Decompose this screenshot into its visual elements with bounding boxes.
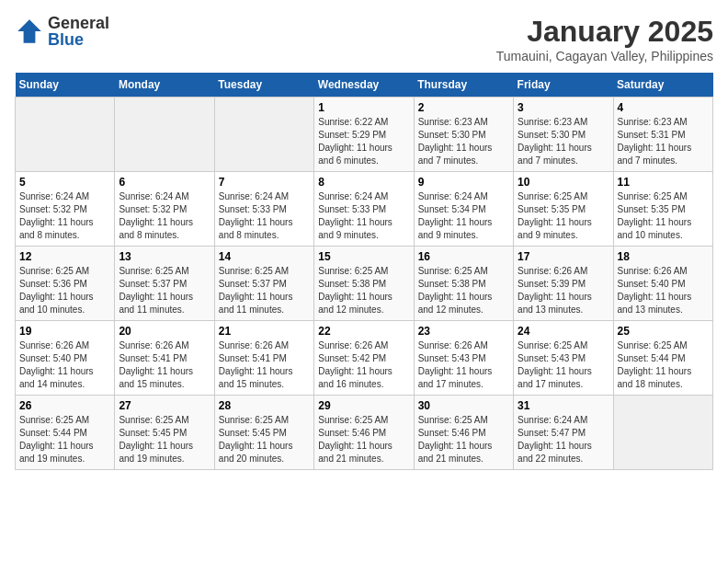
calendar-cell: 31Sunrise: 6:24 AM Sunset: 5:47 PM Dayli… — [514, 396, 613, 470]
calendar-cell — [16, 98, 115, 172]
calendar-cell: 24Sunrise: 6:25 AM Sunset: 5:43 PM Dayli… — [514, 321, 613, 396]
calendar-cell: 29Sunrise: 6:25 AM Sunset: 5:46 PM Dayli… — [314, 396, 414, 470]
calendar-cell: 18Sunrise: 6:26 AM Sunset: 5:40 PM Dayli… — [613, 247, 712, 321]
calendar-cell: 30Sunrise: 6:25 AM Sunset: 5:46 PM Dayli… — [414, 396, 513, 470]
calendar-cell: 6Sunrise: 6:24 AM Sunset: 5:32 PM Daylig… — [115, 172, 214, 247]
day-number: 12 — [19, 250, 110, 263]
calendar-cell: 9Sunrise: 6:24 AM Sunset: 5:34 PM Daylig… — [414, 172, 513, 247]
calendar-table: SundayMondayTuesdayWednesdayThursdayFrid… — [15, 73, 713, 470]
day-info: Sunrise: 6:22 AM Sunset: 5:29 PM Dayligh… — [318, 116, 409, 167]
calendar-cell — [613, 396, 712, 470]
calendar-cell: 26Sunrise: 6:25 AM Sunset: 5:44 PM Dayli… — [16, 396, 115, 470]
calendar-cell: 8Sunrise: 6:24 AM Sunset: 5:33 PM Daylig… — [314, 172, 414, 247]
day-number: 6 — [119, 176, 210, 189]
day-number: 20 — [119, 325, 210, 338]
day-info: Sunrise: 6:24 AM Sunset: 5:47 PM Dayligh… — [518, 414, 609, 465]
calendar-cell: 1Sunrise: 6:22 AM Sunset: 5:29 PM Daylig… — [314, 98, 414, 172]
day-number: 15 — [318, 250, 409, 263]
calendar-cell: 20Sunrise: 6:26 AM Sunset: 5:41 PM Dayli… — [115, 321, 214, 396]
day-info: Sunrise: 6:25 AM Sunset: 5:44 PM Dayligh… — [618, 339, 709, 391]
day-number: 9 — [418, 176, 509, 189]
day-info: Sunrise: 6:25 AM Sunset: 5:37 PM Dayligh… — [219, 265, 310, 316]
day-number: 27 — [119, 399, 210, 412]
weekday-header-wednesday: Wednesday — [314, 73, 414, 98]
day-number: 25 — [618, 325, 709, 338]
day-info: Sunrise: 6:26 AM Sunset: 5:43 PM Dayligh… — [418, 339, 509, 391]
calendar-cell: 22Sunrise: 6:26 AM Sunset: 5:42 PM Dayli… — [314, 321, 414, 396]
day-info: Sunrise: 6:24 AM Sunset: 5:32 PM Dayligh… — [19, 190, 110, 242]
day-info: Sunrise: 6:23 AM Sunset: 5:30 PM Dayligh… — [518, 116, 609, 167]
calendar-cell: 21Sunrise: 6:26 AM Sunset: 5:41 PM Dayli… — [214, 321, 313, 396]
day-number: 16 — [418, 250, 509, 263]
day-number: 14 — [219, 250, 310, 263]
calendar-cell: 14Sunrise: 6:25 AM Sunset: 5:37 PM Dayli… — [214, 247, 313, 321]
calendar-cell: 7Sunrise: 6:24 AM Sunset: 5:33 PM Daylig… — [214, 172, 313, 247]
day-info: Sunrise: 6:23 AM Sunset: 5:31 PM Dayligh… — [618, 116, 709, 167]
day-info: Sunrise: 6:25 AM Sunset: 5:45 PM Dayligh… — [119, 414, 210, 465]
month-title: January 2025 — [496, 15, 713, 49]
calendar-cell: 10Sunrise: 6:25 AM Sunset: 5:35 PM Dayli… — [514, 172, 613, 247]
weekday-header-friday: Friday — [514, 73, 613, 98]
day-number: 19 — [19, 325, 110, 338]
day-number: 2 — [418, 101, 509, 114]
day-info: Sunrise: 6:25 AM Sunset: 5:35 PM Dayligh… — [518, 190, 609, 242]
day-info: Sunrise: 6:25 AM Sunset: 5:36 PM Dayligh… — [19, 265, 110, 316]
calendar-cell: 16Sunrise: 6:25 AM Sunset: 5:38 PM Dayli… — [414, 247, 513, 321]
calendar-header: SundayMondayTuesdayWednesdayThursdayFrid… — [16, 73, 713, 98]
day-info: Sunrise: 6:26 AM Sunset: 5:40 PM Dayligh… — [618, 265, 709, 316]
day-number: 24 — [518, 325, 609, 338]
day-info: Sunrise: 6:24 AM Sunset: 5:33 PM Dayligh… — [318, 190, 409, 242]
day-number: 1 — [318, 101, 409, 114]
day-info: Sunrise: 6:25 AM Sunset: 5:38 PM Dayligh… — [318, 265, 409, 316]
calendar-cell: 5Sunrise: 6:24 AM Sunset: 5:32 PM Daylig… — [16, 172, 115, 247]
day-number: 13 — [119, 250, 210, 263]
day-info: Sunrise: 6:26 AM Sunset: 5:42 PM Dayligh… — [318, 339, 409, 391]
calendar-cell: 19Sunrise: 6:26 AM Sunset: 5:40 PM Dayli… — [16, 321, 115, 396]
day-info: Sunrise: 6:25 AM Sunset: 5:44 PM Dayligh… — [19, 414, 110, 465]
weekday-header-sunday: Sunday — [16, 73, 115, 98]
location: Tumauini, Cagayan Valley, Philippines — [496, 49, 713, 63]
day-info: Sunrise: 6:24 AM Sunset: 5:33 PM Dayligh… — [219, 190, 310, 242]
weekday-header-thursday: Thursday — [414, 73, 513, 98]
day-info: Sunrise: 6:24 AM Sunset: 5:34 PM Dayligh… — [418, 190, 509, 242]
day-number: 22 — [318, 325, 409, 338]
day-info: Sunrise: 6:24 AM Sunset: 5:32 PM Dayligh… — [119, 190, 210, 242]
calendar-body: 1Sunrise: 6:22 AM Sunset: 5:29 PM Daylig… — [16, 98, 713, 470]
weekday-header-saturday: Saturday — [613, 73, 712, 98]
day-number: 18 — [618, 250, 709, 263]
title-block: January 2025 Tumauini, Cagayan Valley, P… — [496, 15, 713, 63]
day-number: 7 — [219, 176, 310, 189]
calendar-cell: 17Sunrise: 6:26 AM Sunset: 5:39 PM Dayli… — [514, 247, 613, 321]
day-number: 23 — [418, 325, 509, 338]
calendar-cell: 4Sunrise: 6:23 AM Sunset: 5:31 PM Daylig… — [613, 98, 712, 172]
day-info: Sunrise: 6:25 AM Sunset: 5:43 PM Dayligh… — [518, 339, 609, 391]
weekday-row: SundayMondayTuesdayWednesdayThursdayFrid… — [16, 73, 713, 98]
day-number: 5 — [19, 176, 110, 189]
logo: General Blue — [15, 15, 109, 48]
calendar-cell: 11Sunrise: 6:25 AM Sunset: 5:35 PM Dayli… — [613, 172, 712, 247]
week-row-3: 12Sunrise: 6:25 AM Sunset: 5:36 PM Dayli… — [16, 247, 713, 321]
calendar-cell — [115, 98, 214, 172]
day-info: Sunrise: 6:25 AM Sunset: 5:45 PM Dayligh… — [219, 414, 310, 465]
day-number: 3 — [518, 101, 609, 114]
calendar-cell: 28Sunrise: 6:25 AM Sunset: 5:45 PM Dayli… — [214, 396, 313, 470]
logo-text: General Blue — [48, 15, 109, 48]
week-row-2: 5Sunrise: 6:24 AM Sunset: 5:32 PM Daylig… — [16, 172, 713, 247]
weekday-header-monday: Monday — [115, 73, 214, 98]
day-number: 29 — [318, 399, 409, 412]
week-row-1: 1Sunrise: 6:22 AM Sunset: 5:29 PM Daylig… — [16, 98, 713, 172]
day-info: Sunrise: 6:25 AM Sunset: 5:38 PM Dayligh… — [418, 265, 509, 316]
weekday-header-tuesday: Tuesday — [214, 73, 313, 98]
day-info: Sunrise: 6:25 AM Sunset: 5:35 PM Dayligh… — [618, 190, 709, 242]
logo-blue: Blue — [48, 31, 109, 48]
calendar-cell — [214, 98, 313, 172]
day-info: Sunrise: 6:25 AM Sunset: 5:37 PM Dayligh… — [119, 265, 210, 316]
day-number: 30 — [418, 399, 509, 412]
logo-icon — [15, 17, 44, 46]
day-info: Sunrise: 6:26 AM Sunset: 5:39 PM Dayligh… — [518, 265, 609, 316]
calendar-cell: 23Sunrise: 6:26 AM Sunset: 5:43 PM Dayli… — [414, 321, 513, 396]
week-row-5: 26Sunrise: 6:25 AM Sunset: 5:44 PM Dayli… — [16, 396, 713, 470]
day-number: 17 — [518, 250, 609, 263]
day-info: Sunrise: 6:25 AM Sunset: 5:46 PM Dayligh… — [318, 414, 409, 465]
day-info: Sunrise: 6:26 AM Sunset: 5:41 PM Dayligh… — [219, 339, 310, 391]
